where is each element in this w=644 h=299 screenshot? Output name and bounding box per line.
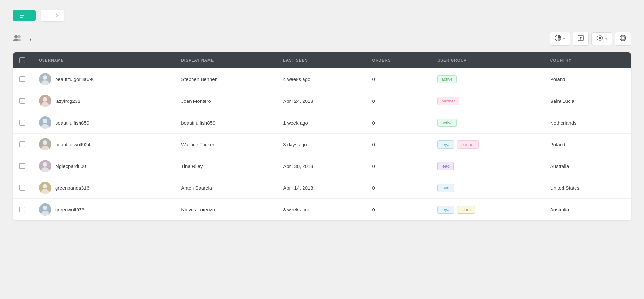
row-checkbox-cell[interactable] xyxy=(13,134,32,155)
table-row[interactable]: beautifulgorilla696 Stephen Bennett 4 we… xyxy=(13,68,631,90)
row-checkbox-cell[interactable] xyxy=(13,177,32,199)
row-orders: 0 xyxy=(365,68,431,90)
row-country: United States xyxy=(544,177,631,199)
toolbar-right: ▾ ▾ xyxy=(550,32,631,46)
row-checkbox-cell[interactable] xyxy=(13,199,32,221)
row-username: beautifulwolf924 xyxy=(32,134,175,155)
row-username: greenpanda316 xyxy=(32,177,175,199)
col-user-group: USER GROUP xyxy=(431,52,544,68)
tag-partner: partner xyxy=(437,97,459,105)
row-user-group: active xyxy=(431,68,544,90)
row-username: lazyfrog231 xyxy=(32,90,175,112)
add-filter-button[interactable] xyxy=(13,10,36,21)
username-text: beautifulfish859 xyxy=(55,120,89,126)
globe-icon xyxy=(620,35,626,43)
row-user-group: lead xyxy=(431,155,544,177)
filter-chip: × xyxy=(41,10,64,21)
svg-point-12 xyxy=(43,75,47,80)
tag-active: active xyxy=(437,119,457,127)
globe-button[interactable] xyxy=(615,32,631,46)
row-user-group: loyal xyxy=(431,177,544,199)
row-user-group: loyalteam xyxy=(431,199,544,221)
row-last-seen: 1 week ago xyxy=(277,112,365,134)
row-checkbox[interactable] xyxy=(19,141,25,147)
stats-row: / ▾ xyxy=(13,32,631,46)
row-orders: 0 xyxy=(365,90,431,112)
row-last-seen: 3 weeks ago xyxy=(277,199,365,221)
row-checkbox[interactable] xyxy=(19,120,25,126)
view-button[interactable]: ▾ xyxy=(591,32,612,45)
select-all-checkbox[interactable] xyxy=(19,57,25,63)
row-last-seen: April 30, 2018 xyxy=(277,155,365,177)
row-country: Australia xyxy=(544,155,631,177)
table-row[interactable]: beautifulwolf924 Wallace Tucker 3 days a… xyxy=(13,134,631,155)
row-display-name: Nieves Lorenzo xyxy=(175,199,277,221)
avatar xyxy=(39,116,51,129)
select-all-header[interactable] xyxy=(13,52,32,68)
row-checkbox[interactable] xyxy=(19,207,25,212)
username-text: greenpanda316 xyxy=(55,185,89,191)
row-orders: 0 xyxy=(365,134,431,155)
row-checkbox-cell[interactable] xyxy=(13,112,32,134)
tag-loyal: loyal xyxy=(437,140,454,149)
count-separator: / xyxy=(30,35,31,42)
svg-point-5 xyxy=(599,37,601,39)
row-country: Poland xyxy=(544,68,631,90)
row-display-name: Stephen Bennett xyxy=(175,68,277,90)
row-last-seen: April 14, 2018 xyxy=(277,177,365,199)
tag-team: team xyxy=(457,206,475,214)
row-last-seen: April 24, 2018 xyxy=(277,90,365,112)
col-display-name: DISPLAY NAME xyxy=(175,52,277,68)
row-orders: 0 xyxy=(365,155,431,177)
row-checkbox-cell[interactable] xyxy=(13,90,32,112)
filter-icon xyxy=(20,14,25,18)
row-display-name: Wallace Tucker xyxy=(175,134,277,155)
filter-close-button[interactable]: × xyxy=(56,13,59,18)
row-user-group: loyalpartner xyxy=(431,134,544,155)
table-row[interactable]: lazyfrog231 Joan Montero April 24, 2018 … xyxy=(13,90,631,112)
row-checkbox[interactable] xyxy=(19,163,25,169)
row-checkbox-cell[interactable] xyxy=(13,68,32,90)
username-text: beautifulgorilla696 xyxy=(55,77,95,82)
svg-point-15 xyxy=(43,97,47,102)
row-country: Australia xyxy=(544,199,631,221)
svg-point-18 xyxy=(43,119,47,123)
svg-point-1 xyxy=(18,35,21,38)
svg-point-27 xyxy=(43,184,47,188)
view-chevron-icon: ▾ xyxy=(605,37,607,41)
row-last-seen: 3 days ago xyxy=(277,134,365,155)
col-orders: ORDERS xyxy=(365,52,431,68)
avatar xyxy=(39,138,51,150)
avatar xyxy=(39,160,51,172)
row-country: Netherlands xyxy=(544,112,631,134)
row-user-group: partner xyxy=(431,90,544,112)
users-table: USERNAME DISPLAY NAME LAST SEEN ORDERS U… xyxy=(13,52,631,220)
row-checkbox-cell[interactable] xyxy=(13,155,32,177)
chart-button[interactable]: ▾ xyxy=(550,32,570,46)
avatar xyxy=(39,182,51,194)
tag-loyal: loyal xyxy=(437,184,454,192)
row-username: beautifulgorilla696 xyxy=(32,68,175,90)
col-username: USERNAME xyxy=(32,52,175,68)
row-last-seen: 4 weeks ago xyxy=(277,68,365,90)
row-checkbox[interactable] xyxy=(19,76,25,82)
table-row[interactable]: greenpanda316 Anton Saarela April 14, 20… xyxy=(13,177,631,199)
row-checkbox[interactable] xyxy=(19,185,25,191)
row-display-name: Joan Montero xyxy=(175,90,277,112)
export-button[interactable] xyxy=(573,32,589,46)
row-checkbox[interactable] xyxy=(19,98,25,104)
row-username: greenwolf973 xyxy=(32,199,175,221)
table-row[interactable]: bigleopard800 Tina Riley April 30, 2018 … xyxy=(13,155,631,177)
col-country: COUNTRY xyxy=(544,52,631,68)
svg-point-21 xyxy=(43,140,47,145)
username-text: greenwolf973 xyxy=(55,207,84,212)
user-count: / xyxy=(13,34,39,43)
username-text: bigleopard800 xyxy=(55,163,86,169)
users-table-container: USERNAME DISPLAY NAME LAST SEEN ORDERS U… xyxy=(13,52,631,220)
row-orders: 0 xyxy=(365,112,431,134)
table-row[interactable]: beautifulfish859 beautifulfish859 1 week… xyxy=(13,112,631,134)
row-country: Poland xyxy=(544,134,631,155)
table-row[interactable]: greenwolf973 Nieves Lorenzo 3 weeks ago … xyxy=(13,199,631,221)
username-text: beautifulwolf924 xyxy=(55,142,90,147)
users-icon xyxy=(13,34,22,43)
